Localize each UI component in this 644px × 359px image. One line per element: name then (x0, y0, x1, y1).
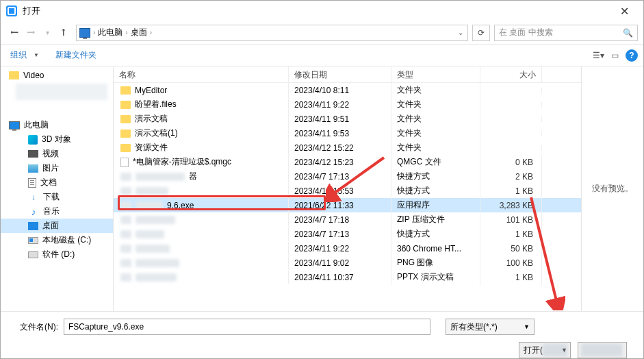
file-row[interactable]: 演示文稿2023/4/11 9:51文件夹 (114, 112, 581, 126)
breadcrumb-part[interactable]: 此电脑 (98, 27, 123, 38)
file-row[interactable]: 2023/4/11 10:37PPTX 演示文稿1 KB (114, 270, 581, 284)
tree-this-pc[interactable]: 此电脑 (1, 118, 113, 132)
file-date: 2023/4/11 9:53 (289, 126, 391, 141)
file-name-suffix: 9.6.exe (167, 201, 194, 210)
file-type-filter[interactable]: 所有类型(*.*) ▼ (446, 319, 534, 335)
file-size: 2 KB (480, 169, 542, 184)
file-name: 资源文件 (135, 142, 168, 153)
file-date: 2023/4/12 15:23 (289, 155, 391, 170)
tree-label: 视频 (42, 148, 59, 160)
up-button[interactable]: 🠕 (55, 25, 72, 41)
open-button[interactable]: 打开( ▼ (519, 342, 571, 358)
file-row[interactable]: 2023/4/11 15:53快捷方式1 KB (114, 184, 581, 198)
redacted-name (136, 259, 179, 267)
recent-dropdown[interactable]: ▾ (39, 25, 55, 41)
column-headers[interactable]: 名称 修改日期 类型 大小 (114, 66, 581, 83)
nav-tree[interactable]: Video 此电脑 3D 对象 视频 图片 文档 ↓下载 ♪音乐 桌面 本地磁盘… (1, 66, 114, 311)
preview-pane: 没有预览。 (582, 66, 643, 311)
file-row[interactable]: 演示文稿(1)2023/4/11 9:53文件夹 (114, 126, 581, 140)
file-row[interactable]: 资源文件2023/4/12 15:22文件夹 (114, 140, 581, 155)
tree-label: 音乐 (43, 206, 60, 217)
col-size[interactable]: 大小 (480, 66, 542, 82)
file-size: 101 KB (480, 212, 542, 227)
col-type[interactable]: 类型 (391, 66, 480, 82)
folder-icon (9, 71, 19, 79)
file-name: 盼望着.files (135, 99, 177, 110)
file-row[interactable]: 盼望着.files2023/4/11 9:22文件夹 (114, 97, 581, 112)
tree-desktop[interactable]: 桌面 (1, 219, 113, 233)
file-row[interactable]: MyEditor2023/4/10 8:11文件夹 (114, 83, 581, 97)
file-date: 2021/6/22 11:33 (289, 198, 391, 213)
help-button[interactable]: ? (626, 49, 638, 62)
redacted-name (136, 230, 164, 238)
file-name: 演示文稿 (135, 113, 168, 125)
close-button[interactable]: ✕ (610, 5, 638, 18)
redacted-icon (120, 259, 131, 267)
redacted-icon (120, 187, 131, 195)
redacted-name (136, 245, 170, 253)
tree-pictures[interactable]: 图片 (1, 161, 113, 175)
file-list[interactable]: 名称 修改日期 类型 大小 MyEditor2023/4/10 8:11文件夹盼… (114, 66, 582, 311)
file-row[interactable]: 9.6.exe2021/6/22 11:33应用程序3,283 KB (114, 198, 581, 212)
file-row[interactable]: 2023/4/7 17:13快捷方式1 KB (114, 227, 581, 241)
redacted-icon (120, 245, 131, 253)
file-date: 2023/4/11 10:37 (289, 270, 391, 285)
nav-bar: 🠔 🠖 ▾ 🠕 › 此电脑 › 桌面 › ⌄ ⟳ 在 桌面 中搜索 🔍 (1, 21, 643, 45)
file-size: 0 KB (480, 155, 542, 170)
tree-redacted (16, 84, 107, 100)
tree-downloads[interactable]: ↓下载 (1, 190, 113, 204)
file-date: 2023/4/10 8:11 (289, 83, 391, 98)
file-size: 3,283 KB (480, 198, 542, 213)
file-row[interactable]: 2023/4/11 9:02PNG 图像100 KB (114, 256, 581, 270)
tree-soft-d[interactable]: 软件 (D:) (1, 247, 113, 262)
breadcrumb-part[interactable]: 桌面 (131, 27, 147, 38)
tree-video[interactable]: Video (1, 68, 113, 82)
picture-icon (28, 164, 38, 173)
file-size: 1 KB (480, 184, 542, 199)
tree-3d-objects[interactable]: 3D 对象 (1, 132, 113, 147)
preview-pane-button[interactable]: ▭ (611, 51, 619, 60)
tree-label: 此电脑 (24, 119, 49, 131)
organize-menu[interactable]: 组织 (6, 48, 31, 62)
file-icon (120, 158, 129, 167)
open-label: 打开( (524, 345, 543, 356)
preview-text: 没有预览。 (592, 183, 633, 195)
file-date: 2023/4/12 15:22 (289, 140, 391, 156)
redacted-icon (120, 273, 131, 282)
breadcrumb-dropdown[interactable]: ⌄ (458, 29, 463, 36)
col-name[interactable]: 名称 (114, 66, 289, 82)
chevron-right-icon: › (124, 29, 129, 36)
file-type: 快捷方式 (391, 225, 480, 243)
chevron-down-icon[interactable]: ▼ (34, 52, 39, 58)
file-row[interactable]: 器2023/4/7 17:13快捷方式2 KB (114, 169, 581, 184)
refresh-button[interactable]: ⟳ (472, 25, 490, 41)
chevron-right-icon: › (149, 29, 153, 36)
cancel-button[interactable] (578, 342, 627, 358)
document-icon (28, 178, 36, 188)
chevron-right-icon: › (92, 29, 96, 36)
file-date: 2023/4/11 9:51 (289, 112, 391, 127)
tree-documents[interactable]: 文档 (1, 175, 113, 190)
folder-icon (120, 86, 131, 95)
file-row[interactable]: 2023/4/11 9:22360 Chrome HT...50 KB (114, 241, 581, 256)
redacted-name (136, 273, 177, 282)
breadcrumb[interactable]: › 此电脑 › 桌面 › ⌄ (76, 25, 468, 41)
tree-videos[interactable]: 视频 (1, 147, 113, 161)
file-size (480, 145, 542, 151)
tree-label: 图片 (42, 162, 59, 174)
new-folder-button[interactable]: 新建文件夹 (51, 48, 101, 62)
redacted-name (136, 201, 163, 210)
back-button[interactable]: 🠔 (6, 25, 23, 41)
forward-button[interactable]: 🠖 (23, 25, 39, 41)
col-date[interactable]: 修改日期 (289, 66, 391, 82)
disk-icon (28, 251, 38, 258)
view-icons-button[interactable]: ☰▾ (593, 51, 604, 60)
file-row[interactable]: *电脑管家-清理垃圾$.qmgc2023/4/12 15:23QMGC 文件0 … (114, 155, 581, 169)
tree-music[interactable]: ♪音乐 (1, 204, 113, 219)
filename-input[interactable] (64, 319, 430, 335)
redacted (581, 344, 622, 356)
tree-local-c[interactable]: 本地磁盘 (C:) (1, 233, 113, 247)
file-row[interactable]: 2023/4/7 17:18ZIP 压缩文件101 KB (114, 212, 581, 227)
search-input[interactable]: 在 桌面 中搜索 🔍 (494, 25, 638, 41)
file-size: 1 KB (480, 270, 542, 285)
